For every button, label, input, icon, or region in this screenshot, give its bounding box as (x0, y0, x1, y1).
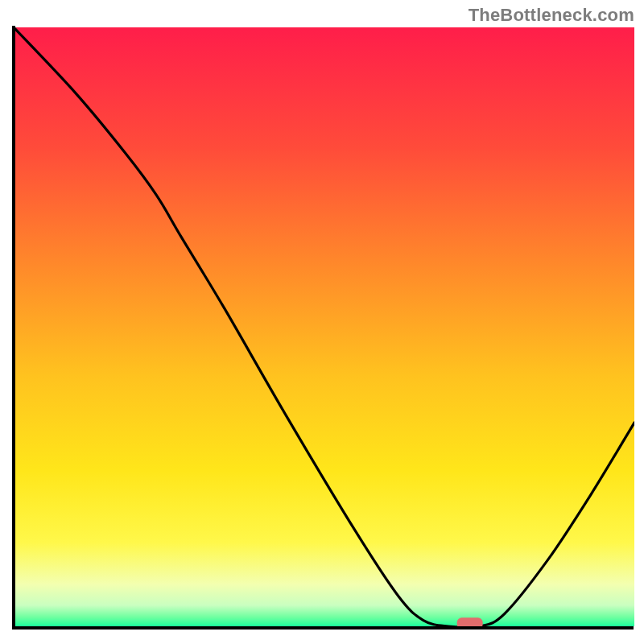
chart-stage: TheBottleneck.com (0, 0, 644, 644)
chart-svg (0, 0, 644, 644)
gradient-background (14, 27, 634, 626)
x-axis-line (12, 626, 634, 630)
y-axis-line (12, 26, 15, 628)
